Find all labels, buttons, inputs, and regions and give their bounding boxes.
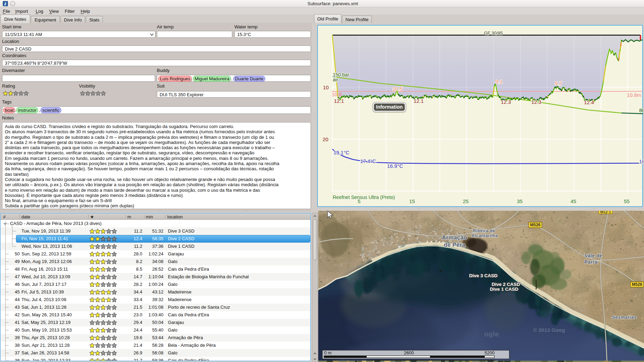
svg-text:10.8m: 10.8m [627, 92, 641, 98]
svg-text:Armação: Armação [442, 234, 467, 241]
svg-text:35: 35 [517, 198, 523, 204]
svg-text:M12·1: M12·1 [600, 211, 611, 214]
svg-text:25: 25 [463, 198, 469, 204]
svg-text:10.5: 10.5 [392, 86, 402, 92]
svg-text:Parra: Parra [584, 259, 598, 265]
svg-text:15: 15 [409, 198, 415, 204]
svg-text:de Pêra: de Pêra [444, 242, 466, 248]
svg-text:12.3: 12.3 [531, 99, 541, 105]
svg-text:Sesmarias: Sesmarias [612, 315, 636, 320]
svg-text:16.8°C: 16.8°C [639, 159, 643, 164]
svg-text:19.1°C: 19.1°C [333, 150, 349, 155]
svg-text:9.1: 9.1 [495, 79, 503, 84]
svg-text:0 m: 0 m [324, 350, 332, 355]
svg-text:ogle: ogle [484, 330, 499, 338]
svg-text:9.7: 9.7 [555, 80, 562, 86]
svg-text:GF 30/85: GF 30/85 [484, 30, 503, 36]
svg-text:Ribeira de: Ribeira de [473, 228, 495, 233]
svg-text:55: 55 [624, 198, 630, 204]
svg-text:12.1: 12.1 [334, 98, 344, 104]
svg-text:M526: M526 [530, 223, 540, 227]
svg-text:air: air [333, 77, 338, 82]
svg-text:17.4°C: 17.4°C [360, 158, 376, 164]
svg-text:12.3: 12.3 [501, 99, 511, 105]
svg-text:12.4: 12.4 [584, 99, 594, 105]
svg-text:20: 20 [323, 136, 329, 142]
svg-text:Reefnet Sensus Ultra (Preto): Reefnet Sensus Ultra (Preto) [333, 194, 395, 200]
svg-text:Dive 2 CASD: Dive 2 CASD [492, 282, 520, 287]
svg-text:5: 5 [358, 198, 360, 204]
svg-text:Dive 1 CASD: Dive 1 CASD [490, 287, 518, 292]
svg-text:2600: 2600 [404, 350, 414, 355]
svg-text:12.1: 12.1 [413, 98, 423, 104]
svg-text:10.8: 10.8 [332, 91, 342, 97]
svg-text:Vale de: Vale de [584, 253, 602, 259]
svg-text:M526: M526 [632, 282, 642, 287]
svg-text:5200: 5200 [485, 350, 495, 355]
svg-text:16.9°C: 16.9°C [387, 163, 403, 169]
svg-text:Dive 3 CASD: Dive 3 CASD [469, 273, 498, 278]
svg-text:10: 10 [323, 84, 329, 90]
svg-text:80: 80 [639, 107, 643, 113]
svg-text:© 2013 Goog: © 2013 Goog [533, 327, 565, 333]
svg-text:Alcantarilha: Alcantarilha [472, 233, 498, 238]
svg-text:45: 45 [571, 198, 576, 204]
